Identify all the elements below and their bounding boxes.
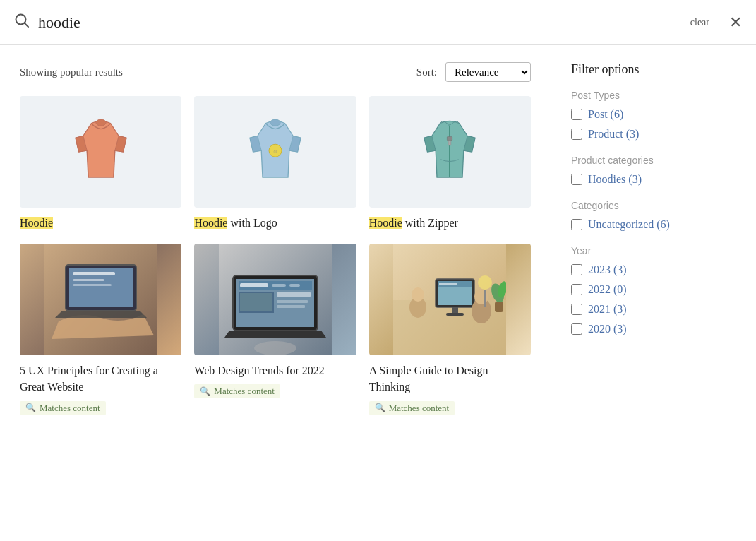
blog-image-webdesign — [194, 244, 356, 355]
svg-rect-36 — [452, 307, 458, 313]
filter-label-uncategorized[interactable]: Uncategorized (6) — [588, 218, 670, 231]
highlight-text-2: Hoodie — [194, 217, 227, 229]
filter-label-2022[interactable]: 2022 (0) — [588, 283, 627, 296]
filter-item-2022[interactable]: 2022 (0) — [571, 283, 736, 296]
clear-button[interactable]: clear — [690, 17, 709, 28]
filter-section-product-categories: Product categories Hoodies (3) — [571, 155, 736, 186]
blog-image-design-thinking — [369, 244, 531, 355]
search-bar: clear ✕ — [0, 0, 756, 45]
results-topbar: Showing popular results Sort: Relevance … — [20, 62, 531, 82]
product-card-hoodie-logo[interactable]: ☺ Hoodie with Logo — [194, 96, 356, 231]
svg-rect-14 — [73, 279, 104, 281]
filter-label-2020[interactable]: 2020 (3) — [588, 323, 627, 335]
matches-label-webdesign: Matches content — [214, 386, 275, 397]
svg-point-42 — [478, 275, 492, 290]
svg-point-3 — [270, 119, 280, 126]
matches-content-design-thinking: 🔍 Matches content — [369, 401, 455, 415]
matches-label-ux: Matches content — [40, 403, 100, 414]
matches-content-webdesign: 🔍 Matches content — [194, 384, 280, 398]
highlight-text-3: Hoodie — [369, 217, 402, 229]
svg-line-1 — [25, 23, 29, 28]
filter-label-product[interactable]: Product (3) — [588, 128, 639, 141]
filter-label-hoodies[interactable]: Hoodies (3) — [588, 173, 642, 186]
svg-rect-37 — [446, 313, 464, 316]
svg-point-29 — [254, 341, 296, 355]
filter-checkbox-2020[interactable] — [571, 323, 582, 335]
product-card-hoodie[interactable]: Hoodie — [20, 96, 181, 231]
filter-checkbox-2021[interactable] — [571, 304, 582, 315]
sort-select[interactable]: Relevance Date Title — [445, 62, 531, 82]
svg-rect-26 — [277, 292, 311, 297]
search-icon — [14, 13, 30, 32]
blog-title-design-thinking: A Simple Guide to Design Thinking — [369, 362, 531, 395]
filter-item-post[interactable]: Post (6) — [571, 108, 736, 121]
product-image-hoodie — [20, 96, 181, 208]
svg-rect-8 — [449, 141, 452, 145]
product-image-hoodie-zipper — [369, 96, 531, 208]
svg-text:☺: ☺ — [272, 148, 277, 155]
svg-rect-46 — [495, 302, 503, 312]
product-title-hoodie-logo: Hoodie with Logo — [194, 215, 356, 231]
filter-checkbox-2022[interactable] — [571, 284, 582, 295]
filter-checkbox-post[interactable] — [571, 109, 582, 120]
product-image-hoodie-logo: ☺ — [194, 96, 356, 208]
svg-rect-7 — [448, 136, 452, 140]
svg-rect-22 — [272, 284, 286, 287]
svg-rect-23 — [289, 284, 300, 287]
filter-item-uncategorized[interactable]: Uncategorized (6) — [571, 218, 736, 231]
svg-rect-28 — [277, 305, 305, 308]
search-input[interactable] — [38, 13, 682, 32]
svg-rect-35 — [439, 283, 457, 285]
filter-checkbox-2023[interactable] — [571, 264, 582, 275]
filter-section-title-post-types: Post Types — [571, 90, 736, 101]
blog-card-ux[interactable]: 5 UX Principles for Creating a Great Web… — [20, 244, 181, 415]
search-small-icon-2: 🔍 — [200, 386, 210, 397]
filter-section-categories: Categories Uncategorized (6) — [571, 200, 736, 231]
filter-sidebar: Filter options Post Types Post (6) Produ… — [551, 45, 756, 541]
svg-point-39 — [412, 287, 424, 302]
svg-rect-25 — [240, 293, 272, 311]
filter-item-2021[interactable]: 2021 (3) — [571, 303, 736, 316]
matches-content-ux: 🔍 Matches content — [20, 401, 106, 415]
blog-image-ux — [20, 244, 181, 355]
blog-grid: 5 UX Principles for Creating a Great Web… — [20, 244, 531, 415]
filter-section-title-categories: Categories — [571, 200, 736, 211]
svg-rect-27 — [277, 300, 308, 303]
filter-label-2023[interactable]: 2023 (3) — [588, 263, 627, 276]
filter-checkbox-uncategorized[interactable] — [571, 219, 582, 230]
filter-section-title-year: Year — [571, 245, 736, 256]
svg-point-41 — [474, 289, 488, 304]
product-card-hoodie-zipper[interactable]: Hoodie with Zipper — [369, 96, 531, 231]
filter-label-post[interactable]: Post (6) — [588, 108, 623, 121]
product-title-hoodie: Hoodie — [20, 215, 181, 231]
matches-label-design-thinking: Matches content — [389, 403, 450, 414]
search-small-icon-3: 🔍 — [375, 403, 385, 413]
results-showing-text: Showing popular results — [20, 66, 408, 78]
results-area: Showing popular results Sort: Relevance … — [0, 45, 551, 541]
blog-card-webdesign[interactable]: Web Design Trends for 2022 🔍 Matches con… — [194, 244, 356, 415]
svg-rect-21 — [240, 283, 268, 287]
highlight-text: Hoodie — [20, 217, 53, 229]
blog-title-ux: 5 UX Principles for Creating a Great Web… — [20, 362, 181, 395]
main-layout: Showing popular results Sort: Relevance … — [0, 45, 756, 541]
filter-options-title: Filter options — [571, 62, 736, 77]
filter-section-post-types: Post Types Post (6) Product (3) — [571, 90, 736, 141]
filter-section-title-product-categories: Product categories — [571, 155, 736, 166]
svg-rect-15 — [73, 284, 112, 286]
filter-item-product[interactable]: Product (3) — [571, 128, 736, 141]
filter-section-year: Year 2023 (3) 2022 (0) 2021 (3) 2020 (3) — [571, 245, 736, 335]
filter-item-2023[interactable]: 2023 (3) — [571, 263, 736, 276]
product-grid: Hoodie ☺ — [20, 96, 531, 231]
filter-checkbox-product[interactable] — [571, 129, 582, 140]
svg-point-2 — [95, 119, 105, 126]
filter-label-2021[interactable]: 2021 (3) — [588, 303, 627, 316]
filter-item-2020[interactable]: 2020 (3) — [571, 323, 736, 335]
close-button[interactable]: ✕ — [729, 15, 742, 30]
blog-title-webdesign: Web Design Trends for 2022 — [194, 362, 356, 379]
filter-item-hoodies[interactable]: Hoodies (3) — [571, 173, 736, 186]
search-small-icon: 🔍 — [25, 403, 36, 413]
filter-checkbox-hoodies[interactable] — [571, 174, 582, 185]
product-title-hoodie-zipper: Hoodie with Zipper — [369, 215, 531, 231]
blog-card-design-thinking[interactable]: A Simple Guide to Design Thinking 🔍 Matc… — [369, 244, 531, 415]
svg-rect-13 — [73, 272, 115, 275]
